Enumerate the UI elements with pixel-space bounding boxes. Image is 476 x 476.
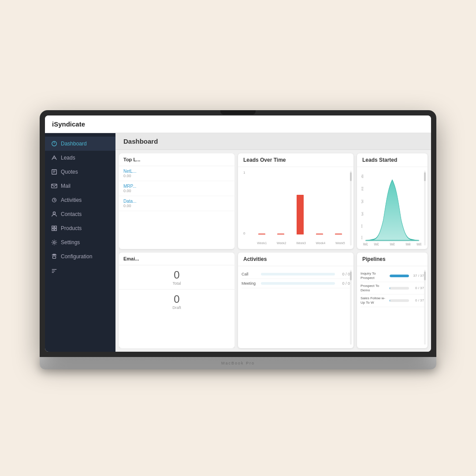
sidebar-item-dashboard[interactable]: Dashboard [45, 137, 115, 151]
mail-icon [51, 183, 57, 189]
pipeline-bg-2 [390, 299, 409, 302]
leads-over-time-body: 1 0 [238, 167, 353, 249]
top-lead-name-2[interactable]: Data... [123, 199, 230, 204]
x-label-week4: Week4 [316, 242, 326, 245]
sidebar-item-products[interactable]: Products [45, 221, 115, 235]
sidebar-label-settings: Settings [61, 239, 80, 245]
top-lead-name-0[interactable]: NetL... [123, 169, 230, 174]
bar-week4 [316, 234, 323, 234]
email-total-stat: 0 Total [119, 265, 234, 289]
svg-text:Week5: Week5 [416, 242, 421, 245]
sidebar-item-quotes[interactable]: Quotes [45, 165, 115, 179]
svg-text:Week2: Week2 [374, 242, 379, 245]
activity-label-meeting: Meeting [242, 281, 257, 286]
svg-rect-9 [55, 226, 56, 228]
sidebar-item-mail[interactable]: Mail [45, 179, 115, 193]
bar-week4-fill [316, 234, 323, 234]
email-draft-number: 0 [123, 293, 230, 305]
sidebar-label-configuration: Configuration [61, 253, 92, 260]
top-lead-item-0: NetL... 0.00 [119, 166, 234, 181]
top-leads-card: Top L... NetL... 0.00 MRP... 0 [119, 153, 234, 249]
svg-text:Week3: Week3 [390, 242, 394, 245]
leads-started-chart: 40 32 24 16 8 0 [361, 171, 424, 245]
pipeline-bg-0 [390, 275, 409, 277]
top-leads-header: Top L... [119, 153, 234, 166]
bar-week5 [335, 234, 342, 234]
bar-week5-fill [335, 234, 342, 234]
pipeline-fill-2 [390, 299, 390, 302]
email-total-number: 0 [123, 269, 230, 281]
svg-text:Week4: Week4 [405, 242, 410, 245]
sidebar-label-activities: Activities [61, 197, 82, 203]
top-lead-name-1[interactable]: MRP... [123, 184, 230, 189]
email-draft-label: Draft [123, 305, 230, 310]
sidebar-item-configuration[interactable]: Configuration [45, 249, 115, 264]
sidebar-item-collapse[interactable] [45, 264, 115, 278]
top-lead-item-1: MRP... 0.00 [119, 181, 234, 196]
leads-over-time-card: Leads Over Time 1 0 [238, 153, 353, 249]
leads-started-title: Leads Started [357, 153, 428, 167]
svg-rect-2 [52, 170, 57, 175]
email-card-header: Emai... [119, 253, 234, 265]
dashboard-grid: Leads Over Time 1 0 [115, 150, 431, 352]
sidebar-label-products: Products [61, 225, 82, 231]
sidebar-item-leads[interactable]: Leads [45, 151, 115, 165]
leads-icon [51, 155, 57, 161]
svg-rect-5 [52, 184, 57, 188]
sidebar-item-settings[interactable]: Settings [45, 235, 115, 249]
sidebar-label-quotes: Quotes [61, 169, 78, 175]
pipeline-count-2: 0 / 37 [412, 298, 424, 302]
bar-week2-fill [277, 234, 284, 234]
svg-point-7 [53, 212, 55, 214]
sidebar-label-dashboard: Dashboard [61, 141, 87, 147]
svg-text:24: 24 [361, 198, 364, 204]
x-label-week1: Week1 [257, 242, 267, 245]
y-label-0: 0 [243, 231, 245, 235]
leads-started-body: 40 32 24 16 8 0 [357, 167, 428, 249]
pipeline-label-2: Sales Follow w-Up To W [361, 296, 387, 305]
top-lead-value-1: 0.00 [123, 189, 230, 193]
collapse-icon [51, 268, 57, 274]
svg-text:32: 32 [361, 186, 364, 192]
dashboard-icon [51, 141, 57, 147]
activity-row-call: Call 0 / 0 [242, 270, 350, 279]
pipeline-label-1: Prospect To Demo [361, 284, 387, 292]
sidebar: Dashboard Leads Quotes [45, 133, 115, 352]
meeting-progress-bg [261, 282, 335, 285]
x-label-week2: Week2 [277, 242, 286, 245]
app-logo: iSyndicate [52, 120, 85, 128]
x-label-week5: Week5 [335, 242, 345, 245]
call-count: 0 / 0 [338, 272, 350, 276]
pipeline-label-0: Inquiry To Prospect [361, 271, 387, 280]
activities-body: Call 0 / 0 Meeting [238, 266, 353, 348]
sidebar-item-activities[interactable]: Activities [45, 193, 115, 207]
sidebar-item-contacts[interactable]: Contacts [45, 207, 115, 221]
pipeline-fill-1 [390, 287, 390, 290]
laptop-frame: iSyndicate Dashboard [40, 110, 436, 375]
top-lead-value-2: 0.00 [123, 204, 230, 208]
laptop-notch [220, 110, 256, 115]
bar-week3 [297, 195, 304, 234]
svg-point-12 [53, 242, 55, 243]
leads-over-time-title: Leads Over Time [238, 153, 353, 167]
contacts-icon [51, 211, 57, 217]
email-card: Emai... 0 Total 0 Draft [119, 253, 234, 348]
main-content: Dashboard Leads Over Time 1 [115, 133, 431, 352]
laptop-body: iSyndicate Dashboard [40, 110, 436, 357]
app-header: iSyndicate [45, 115, 431, 133]
pipeline-count-0: 37 / 37 [412, 274, 424, 278]
pipeline-fill-0 [390, 275, 409, 277]
settings-icon [51, 239, 57, 245]
configuration-icon [51, 253, 57, 260]
activities-title: Activities [238, 253, 353, 266]
sidebar-label-mail: Mail [61, 183, 71, 189]
pipelines-body: Inquiry To Prospect 37 / 37 Prospect To … [357, 266, 428, 348]
svg-rect-11 [55, 229, 56, 231]
sidebar-label-leads: Leads [61, 155, 75, 161]
bar-chart-bars [252, 171, 348, 234]
y-label-1: 1 [243, 171, 245, 175]
pipeline-row-2: Sales Follow w-Up To W 0 / 37 [361, 294, 424, 307]
leads-started-card: Leads Started 40 32 24 16 [357, 153, 428, 249]
products-icon [51, 225, 57, 231]
leads-bar-chart: 1 0 [242, 171, 350, 245]
